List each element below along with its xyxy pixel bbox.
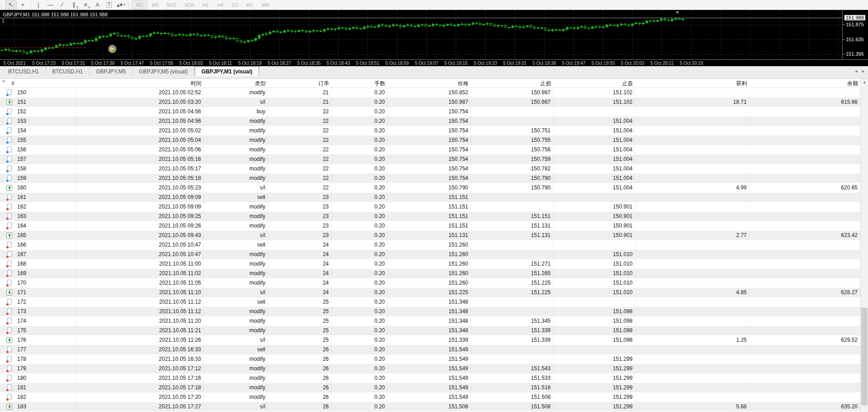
table-row[interactable]: 1542021.10.05 05:02modify220.20150.75415… (0, 126, 868, 136)
table-row[interactable]: 1532021.10.05 04:56modify220.20150.75415… (0, 116, 868, 126)
table-row[interactable]: 1602021.10.05 05:23s/l220.20150.790150.7… (0, 183, 868, 193)
timeframe-w1-button[interactable]: W1 (242, 0, 258, 10)
text-label-button[interactable]: T (103, 0, 115, 10)
row-cell: 0.20 (331, 231, 388, 240)
row-cell: 2.77 (635, 231, 749, 240)
row-cell: modify (204, 259, 268, 269)
table-row[interactable]: 1522021.10.05 04:56buy220.20150.754 (0, 107, 868, 116)
time-axis[interactable]: 5 Oct 20215 Oct 17:235 Oct 17:315 Oct 17… (0, 59, 868, 66)
row-cell: modify (204, 269, 268, 278)
chart-tab-5[interactable]: GBPJPY,M1 (visual) (195, 66, 259, 76)
toolbar-grip[interactable] (128, 1, 131, 9)
row-cell: 151.533 (471, 373, 553, 383)
close-panel-button[interactable]: × (1, 79, 6, 84)
row-cell (749, 354, 860, 364)
table-row[interactable]: 1822021.10.05 17:20modify260.20151.54915… (0, 393, 868, 402)
equidistant-channel-button[interactable]: ∥E (68, 0, 80, 10)
table-row[interactable]: 1792021.10.05 17:12modify260.20151.54915… (0, 364, 868, 373)
table-row[interactable]: 1752021.10.05 11:21modify250.20151.34815… (0, 326, 868, 335)
table-row[interactable]: 1582021.10.05 05:17modify220.20150.75415… (0, 164, 868, 174)
row-cell (471, 297, 553, 307)
chart-tab-1[interactable]: BTCUSD,H1 (2, 67, 46, 76)
timeframe-h4-button[interactable]: H4 (213, 0, 227, 10)
table-row[interactable]: 1692021.10.05 11:02modify240.20151.26015… (0, 269, 868, 278)
row-number: 155 (17, 136, 26, 145)
table-row[interactable]: 1702021.10.05 11:05modify240.20151.26015… (0, 278, 868, 288)
cursor-button[interactable]: ↖ (5, 0, 17, 10)
row-cell: 629.52 (749, 335, 860, 345)
table-row[interactable]: 1772021.10.05 16:33sell260.20151.549 (0, 345, 868, 354)
price-axis[interactable]: 151.988151.875151.635151.395 (842, 10, 868, 59)
table-row[interactable]: 1652021.10.05 09:43s/l230.20151.131151.1… (0, 231, 868, 240)
row-id-cell: 158 (0, 164, 77, 174)
shapes-button[interactable]: ▴▾▾ (115, 0, 127, 10)
table-row[interactable]: 1812021.10.05 17:18modify260.20151.54915… (0, 383, 868, 393)
chart-tab-4[interactable]: GBPJPY,M5 (visual) (133, 67, 195, 76)
row-cell: 23 (268, 193, 331, 202)
table-row[interactable]: 1512021.10.05 03:20s/l210.20150.987150.9… (0, 97, 868, 107)
table-row[interactable]: 1502021.10.05 02:52modify210.20150.85215… (0, 88, 868, 97)
crosshair-button[interactable]: + (17, 0, 29, 10)
table-row[interactable]: 1722021.10.05 11:12sell250.20151.348 (0, 297, 868, 307)
row-id-cell: 152 (0, 107, 77, 116)
timeframe-m15-button[interactable]: M15 (163, 0, 181, 10)
row-cell: 151.225 (471, 278, 553, 288)
row-id-cell: 165 (0, 231, 77, 240)
table-row[interactable]: 1762021.10.05 11:26s/l250.20151.339151.3… (0, 335, 868, 345)
timeframe-m30-button[interactable]: M30 (181, 0, 198, 10)
table-row[interactable]: 1662021.10.05 10:47sell240.20151.260 (0, 240, 868, 250)
row-cell: 2021.10.05 09:26 (77, 221, 204, 231)
horizontal-line-button[interactable]: — (44, 0, 56, 10)
trendline-button[interactable]: ∕ (56, 0, 68, 10)
timeframe-h1-button[interactable]: H1 (198, 0, 213, 10)
row-cell: 151.010 (553, 259, 635, 269)
scroll-up-arrow[interactable]: ▲ (861, 79, 868, 87)
row-id-cell: 172 (0, 297, 77, 307)
vertical-scrollbar[interactable]: ▲ (860, 79, 868, 412)
table-row[interactable]: 1742021.10.05 11:20modify250.20151.34815… (0, 316, 868, 326)
table-row[interactable]: 1642021.10.05 09:26modify230.20151.15115… (0, 221, 868, 231)
table-row[interactable]: 1672021.10.05 10:47modify240.20151.26015… (0, 250, 868, 259)
row-cell (635, 88, 749, 97)
fibonacci-button[interactable]: ≡F (80, 0, 91, 10)
table-row[interactable]: 1802021.10.05 17:16modify260.20151.54915… (0, 373, 868, 383)
chart-tab-2[interactable]: BTCUSD,H1 (46, 67, 90, 76)
stoploss-close-icon (6, 232, 13, 239)
timeframe-m1-button[interactable]: M1 (132, 0, 148, 10)
chart-plot[interactable] (0, 10, 842, 59)
table-row[interactable]: 1562021.10.05 05:06modify220.20150.75415… (0, 145, 868, 155)
row-cell: 151.098 (553, 326, 635, 335)
row-cell: 0.20 (331, 326, 388, 335)
scrollbar-thumb[interactable] (861, 308, 868, 405)
row-cell: 620.65 (749, 183, 860, 193)
row-number: 183 (17, 402, 26, 412)
table-row[interactable]: 1632021.10.05 09:25modify230.20151.15115… (0, 212, 868, 221)
table-row[interactable]: 1782021.10.05 16:33modify260.20151.54915… (0, 354, 868, 364)
table-row[interactable]: 1592021.10.05 05:18modify220.20150.75415… (0, 174, 868, 183)
table-row[interactable]: 1732021.10.05 11:12modify250.20151.34815… (0, 307, 868, 316)
toolbar-grip[interactable] (1, 1, 4, 9)
row-cell: 2021.10.05 09:43 (77, 231, 204, 240)
row-cell (635, 212, 749, 221)
timeframe-d1-button[interactable]: D1 (228, 0, 242, 10)
chart-tab-3[interactable]: GBPJPY,M5 (90, 67, 133, 76)
cursor-icon: ↖ (9, 1, 14, 8)
table-row[interactable]: 1712021.10.05 11:10s/l240.20151.225151.2… (0, 288, 868, 297)
timeframe-mn-button[interactable]: MN (258, 0, 273, 10)
table-row[interactable]: 1612021.10.05 09:09sell230.20151.151 (0, 193, 868, 202)
row-cell (635, 373, 749, 383)
row-id-cell: 171 (0, 288, 77, 297)
row-cell: 151.299 (553, 383, 635, 393)
table-row[interactable]: 1572021.10.05 05:16modify220.20150.75415… (0, 155, 868, 164)
table-row[interactable]: 1682021.10.05 11:00modify240.20151.26015… (0, 259, 868, 269)
table-row[interactable]: 1622021.10.05 09:09modify230.20151.15115… (0, 202, 868, 212)
tab-scroll-arrows[interactable]: ◂ ▸ (855, 68, 866, 73)
table-row[interactable]: 1832021.10.05 17:27s/l260.20151.508151.5… (0, 402, 868, 412)
timeframe-m5-button[interactable]: M5 (148, 0, 163, 10)
vertical-line-button[interactable]: | (33, 0, 44, 10)
table-row[interactable]: 1552021.10.05 05:04modify220.20150.75415… (0, 136, 868, 145)
current-price-label: 151.988 (844, 15, 865, 20)
replay-position-marker[interactable] (108, 45, 116, 53)
text-button[interactable]: A (91, 0, 103, 10)
row-cell (471, 307, 553, 316)
